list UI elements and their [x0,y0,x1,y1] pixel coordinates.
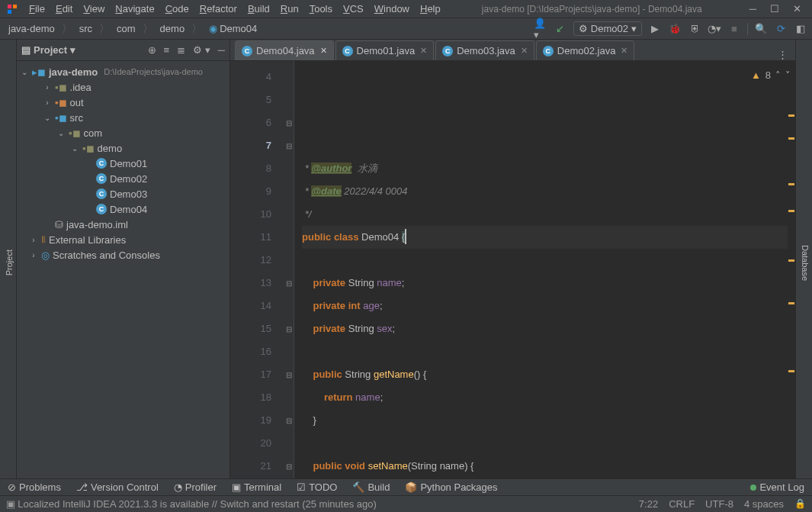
warning-marker[interactable] [788,370,794,372]
code-line[interactable]: this.name = name; [302,478,788,478]
warning-marker[interactable] [788,259,794,262]
profile-button[interactable]: ◔▾ [708,22,721,36]
breadcrumb-item[interactable]: src [75,21,96,36]
fold-toggle-icon[interactable]: ⊟ [285,142,293,150]
warning-marker[interactable] [788,183,794,185]
toolwindow-problems[interactable]: ⊘ Problems [8,481,61,493]
toolwindow-terminal[interactable]: ▣ Terminal [232,481,281,493]
select-opened-file-icon[interactable]: ⊕ [148,44,156,56]
status-message[interactable]: Localized IntelliJ IDEA 2021.3.3 is avai… [18,498,376,510]
tree-item[interactable]: C Demo02 [17,171,229,186]
tree-root[interactable]: ⌄▸◼ java-demoD:\IdeaProjects\java-demo [17,64,229,79]
code-editor[interactable]: 456789101112131415161718192021 ⊟⊟⊟⊟⊟⊟⊟ ▲… [230,61,795,478]
code-line[interactable]: return name; [302,386,788,409]
tree-item[interactable]: C Demo03 [17,186,229,201]
close-tab-icon[interactable]: ✕ [420,46,427,56]
code-line[interactable]: */ [302,203,788,226]
code-line[interactable] [302,340,788,363]
debug-button[interactable]: 🐞 [668,22,682,36]
menu-file[interactable]: File [24,2,50,16]
menu-code[interactable]: Code [161,2,194,16]
menu-build[interactable]: Build [243,2,274,16]
code-line[interactable]: public String getName() { [302,363,788,386]
fold-toggle-icon[interactable]: ⊟ [285,462,293,470]
warning-marker[interactable] [788,302,794,304]
tree-item[interactable]: ›▪◼ out [17,95,229,110]
close-button[interactable]: ✕ [793,3,801,14]
sync-button[interactable]: ⟳ [774,22,788,36]
close-tab-icon[interactable]: ✕ [320,46,327,56]
menu-tools[interactable]: Tools [305,2,337,16]
warning-marker[interactable] [788,114,794,117]
toolwindow-version-control[interactable]: ⎇ Version Control [76,481,159,493]
toolwindow-python-packages[interactable]: 📦 Python Packages [405,481,497,493]
code-line[interactable]: } [302,409,788,432]
code-line[interactable] [302,249,788,272]
editor-tab[interactable]: CDemo01.java✕ [335,40,435,60]
tree-item[interactable]: ⌄▪◼ demo [17,140,229,156]
fold-toggle-icon[interactable]: ⊟ [285,417,293,424]
readonly-lock-icon[interactable]: 🔒 [794,498,806,510]
breadcrumb-item[interactable]: demo [156,21,189,36]
event-log-button[interactable]: Event Log [750,481,804,493]
code-line[interactable]: private int age; [302,295,788,317]
prev-highlight-icon[interactable]: ˄ [775,64,781,87]
close-tab-icon[interactable]: ✕ [621,46,627,56]
tree-item[interactable]: ›◎ Scratches and Consoles [17,247,229,262]
menu-view[interactable]: View [79,2,109,16]
breadcrumb-item[interactable]: java-demo [5,21,59,36]
code-line[interactable]: public class Demo04 { [302,226,788,249]
back-arrow-icon[interactable]: ↙ [554,22,567,36]
settings-icon[interactable]: ⚙ ▾ [193,44,210,56]
editor-tab[interactable]: CDemo03.java✕ [435,40,534,60]
tree-item[interactable]: C Demo04 [17,201,229,217]
run-button[interactable]: ▶ [648,22,662,36]
caret-position[interactable]: 7:22 [639,498,658,510]
menu-edit[interactable]: Edit [51,2,77,16]
menu-navigate[interactable]: Navigate [111,2,159,16]
project-panel-title[interactable]: ▤ Project ▾ [21,44,75,56]
project-tree[interactable]: ⌄▸◼ java-demoD:\IdeaProjects\java-demo›▪… [17,61,229,478]
fold-toggle-icon[interactable]: ⊟ [285,371,293,378]
line-separator[interactable]: CRLF [669,498,695,510]
editor-tab[interactable]: CDemo04.java✕ [235,40,334,60]
warning-marker[interactable] [788,137,794,140]
expand-all-icon[interactable]: ≡ [164,44,170,56]
tabs-menu-icon[interactable]: ⋮ [770,49,795,60]
error-stripe[interactable] [788,61,795,478]
fold-toggle-icon[interactable]: ⊟ [285,119,293,127]
breadcrumb-item[interactable]: ◉Demo04 [205,21,261,36]
breadcrumb-item[interactable]: com [113,21,140,36]
code-line[interactable] [302,432,788,455]
menu-refactor[interactable]: Refactor [195,2,242,16]
inspection-summary[interactable]: ▲ 8 ˄ ˅ [751,64,791,87]
menu-run[interactable]: Run [276,2,303,16]
tree-item[interactable]: ⌄▪◼ src [17,110,229,125]
code-line[interactable]: private String name; [302,272,788,295]
fold-toggle-icon[interactable]: ⊟ [285,279,293,287]
indent-setting[interactable]: 4 spaces [744,498,784,510]
toolwindow-todo[interactable]: ☑ TODO [297,481,337,493]
ide-button[interactable]: ◧ [794,22,807,36]
toolwindow-build[interactable]: 🔨 Build [352,481,390,493]
minimize-button[interactable]: ─ [749,3,756,14]
tree-item[interactable]: ⌄▪◼ com [17,125,229,140]
tree-item[interactable]: ›⫴ External Libraries [17,232,229,247]
maximize-button[interactable]: ☐ [770,3,779,14]
code-line[interactable]: * @author 水滴 [302,157,788,180]
menu-help[interactable]: Help [416,2,445,16]
fold-gutter[interactable]: ⊟⊟⊟⊟⊟⊟⊟ [284,61,294,478]
code-line[interactable]: * @date 2022/4/4 0004 [302,180,788,203]
warning-marker[interactable] [788,210,794,212]
code-line[interactable]: private String sex; [302,317,788,340]
tool-tab-database[interactable]: Database [798,241,812,285]
search-button[interactable]: 🔍 [754,22,768,36]
toolwindow-profiler[interactable]: ◔ Profiler [174,481,217,493]
stop-button[interactable]: ■ [727,22,741,36]
editor-tab[interactable]: CDemo02.java✕ [536,40,635,60]
tree-item[interactable]: ›▪◼ .idea [17,79,229,95]
code-line[interactable]: public void setName(String name) { [302,455,788,478]
run-config-selector[interactable]: ⚙ Demo02 ▾ [573,21,642,36]
coverage-button[interactable]: ⛨ [688,22,701,36]
collapse-all-icon[interactable]: ≣ [177,44,185,56]
